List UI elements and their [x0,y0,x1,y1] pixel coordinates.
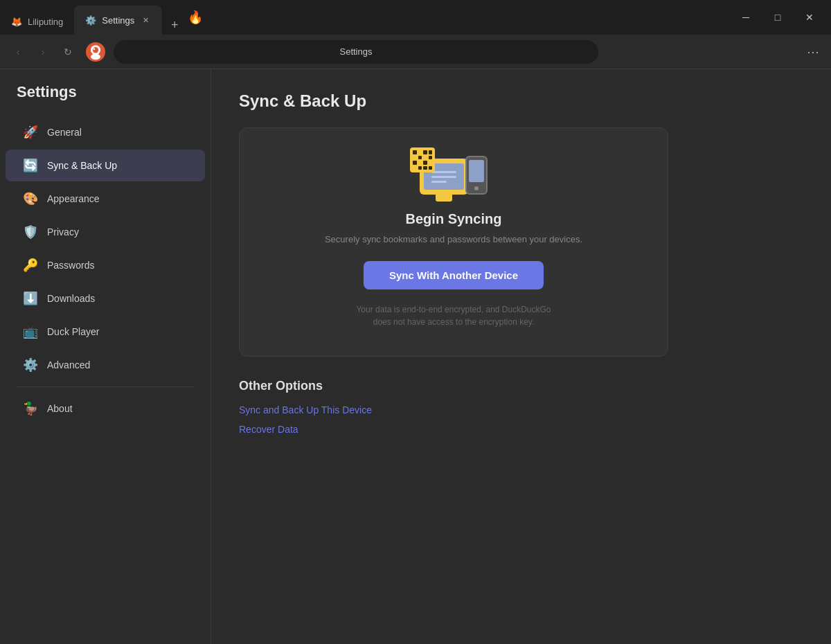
forward-button[interactable]: › [33,42,53,62]
sync-card: Begin Syncing Securely sync bookmarks an… [239,127,668,357]
flame-button[interactable]: 🔥 [184,6,206,28]
ddg-logo [86,42,105,62]
sidebar-label-sync: Sync & Back Up [47,160,117,171]
sync-backup-link[interactable]: Sync and Back Up This Device [239,404,803,415]
encryption-note: Your data is end-to-end encrypted, and D… [356,303,551,328]
qr-cell [423,150,427,154]
qr-cell [413,161,417,165]
other-options-title: Other Options [239,379,803,393]
title-bar: 🦊 Liliputing ⚙️ Settings ✕ + 🔥 ─ □ ✕ [0,0,831,35]
sidebar-label-duck-player: Duck Player [47,326,99,337]
active-tab-label: Settings [102,15,134,26]
qr-cell [429,161,433,165]
general-icon: 🚀 [22,125,39,140]
back-button[interactable]: ‹ [8,42,28,62]
qr-cell [418,161,422,165]
downloads-icon: ⬇️ [22,291,39,306]
sidebar-item-appearance[interactable]: 🎨 Appearance [6,183,205,215]
sync-subtext: Securely sync bookmarks and passwords be… [325,234,582,244]
sync-illustration [420,156,488,195]
tab-active[interactable]: ⚙️ Settings ✕ [74,6,162,35]
phone-home-button [474,186,479,190]
qr-cell [429,156,433,160]
sidebar-item-passwords[interactable]: 🔑 Passwords [6,249,205,281]
qr-cell [418,150,422,154]
qr-cell [413,166,417,170]
passwords-icon: 🔑 [22,258,39,273]
sidebar-divider [17,386,194,387]
sidebar-item-general[interactable]: 🚀 General [6,116,205,148]
sidebar: Settings 🚀 General 🔄 Sync & Back Up 🎨 Ap… [0,69,211,644]
minimize-button[interactable]: ─ [730,6,762,28]
sidebar-item-sync[interactable]: 🔄 Sync & Back Up [6,150,205,181]
sidebar-label-appearance: Appearance [47,193,100,204]
qr-cell [423,161,427,165]
tab-close-button[interactable]: ✕ [140,15,151,26]
privacy-icon: 🛡️ [22,224,39,240]
sidebar-label-downloads: Downloads [47,293,95,304]
window-controls: ─ □ ✕ [730,6,831,28]
phone-screen [469,160,484,182]
sync-with-device-button[interactable]: Sync With Another Device [364,261,544,289]
duck-player-icon: 📺 [22,324,39,339]
sidebar-item-advanced[interactable]: ⚙️ Advanced [6,349,205,381]
about-icon: 🦆 [22,401,39,416]
sidebar-item-downloads[interactable]: ⬇️ Downloads [6,283,205,314]
sync-icon: 🔄 [22,158,39,173]
monitor-line-short [431,181,447,183]
maximize-button[interactable]: □ [762,6,794,28]
recover-data-link[interactable]: Recover Data [239,424,803,435]
nav-bar: ‹ › ↻ Settings ⋯ [0,35,831,69]
monitor-line [431,171,456,173]
phone-icon [465,156,488,195]
more-options-button[interactable]: ⋯ [803,42,823,62]
svg-point-4 [91,53,100,59]
sidebar-label-advanced: Advanced [47,359,90,370]
sidebar-label-privacy: Privacy [47,226,79,238]
sidebar-title: Settings [0,83,211,115]
new-tab-button[interactable]: + [165,15,184,35]
qr-cell [423,166,427,170]
qr-cell [413,156,417,160]
svg-point-2 [93,47,98,53]
qr-cell [429,166,433,170]
qr-cell [423,156,427,160]
advanced-icon: ⚙️ [22,357,39,373]
sidebar-label-passwords: Passwords [47,260,94,271]
appearance-icon: 🎨 [22,191,39,206]
window-close-button[interactable]: ✕ [794,6,825,28]
qr-cell [429,150,433,154]
qr-cell [418,166,422,170]
sidebar-label-general: General [47,127,82,138]
settings-favicon: ⚙️ [85,15,96,26]
content-area: Sync & Back Up [211,69,831,644]
qr-code-icon [410,147,435,172]
page-title: Sync & Back Up [239,91,803,111]
monitor-line [431,176,456,178]
qr-cell [413,150,417,154]
svg-point-3 [93,48,96,50]
sidebar-label-about: About [47,403,73,414]
qr-cell [418,156,422,160]
monitor-lines [431,171,456,183]
sync-heading: Begin Syncing [406,211,502,227]
address-text: Settings [340,46,373,57]
tab-strip: 🦊 Liliputing ⚙️ Settings ✕ + [0,0,184,35]
sidebar-item-privacy[interactable]: 🛡️ Privacy [6,216,205,248]
sidebar-item-duck-player[interactable]: 📺 Duck Player [6,316,205,348]
address-bar[interactable]: Settings [114,40,598,64]
main-container: Settings 🚀 General 🔄 Sync & Back Up 🎨 Ap… [0,69,831,644]
refresh-button[interactable]: ↻ [58,42,78,62]
inactive-tab-label: Liliputing [28,17,63,27]
sidebar-item-about[interactable]: 🦆 About [6,393,205,424]
tab-inactive[interactable]: 🦊 Liliputing [0,8,74,35]
liliputing-favicon: 🦊 [11,17,22,27]
